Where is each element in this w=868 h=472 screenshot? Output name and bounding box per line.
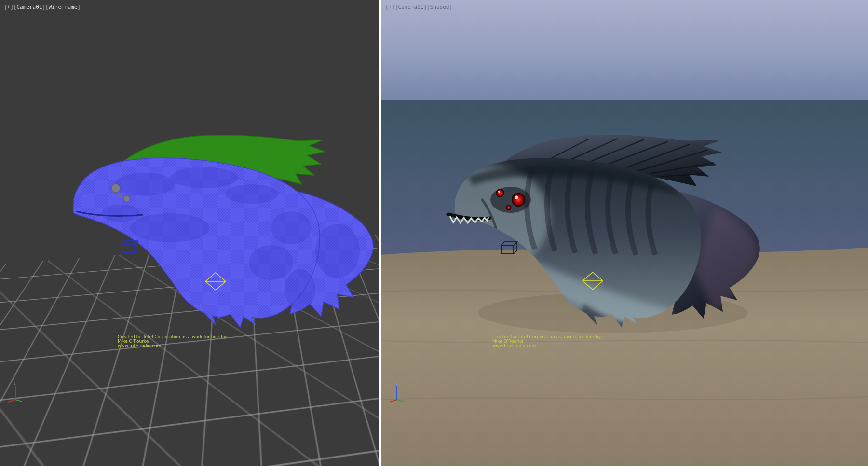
y-axis-line [15,400,22,402]
sky [381,0,868,100]
eye-highlight-medium [498,191,500,193]
credit-line-3: www.frilzstudio.com [492,344,602,348]
eye-spot-large [111,184,120,193]
eye-large [512,194,525,206]
viewport-menu-camera[interactable]: [Camera01] [395,4,427,10]
credit-text: Created for Intel Corporation as a work … [118,335,227,348]
wireframe-fish-model[interactable] [58,135,379,338]
credit-text: Created for Intel Corporation as a work … [492,335,602,348]
viewport-shaded[interactable]: [+][Camera01][Shaded] Created for Intel … [381,0,868,466]
eye-medium [496,189,504,197]
eye-highlight-large [515,196,518,199]
viewport-menu-plus[interactable]: [+] [385,4,395,10]
viewport-label: [+][Camera01][Wireframe] [4,4,81,10]
axis-z-label: z [13,380,16,386]
viewport-menu-plus[interactable]: [+] [4,4,14,10]
eye-spot-medium [124,196,130,202]
viewport-menu-shading[interactable]: [Shaded] [427,4,452,10]
world-axis-tripod: z [386,379,407,403]
dummy-box-helper[interactable] [122,241,137,253]
wireframe-scene [0,0,379,466]
viewport-menu-shading[interactable]: [Wireframe] [45,4,81,10]
viewport-wireframe[interactable]: [+][Camera01][Wireframe] Created for Int… [0,0,379,466]
y-axis-line [397,400,404,402]
x-axis-line [8,400,15,402]
viewport-label: [+][Camera01][Shaded] [385,4,452,10]
credit-line-3: www.frilzstudio.com [118,344,227,348]
eye-spot-small [119,194,122,197]
shaded-scene [381,0,868,466]
x-axis-line [390,400,397,402]
axis-z-label: z [394,380,397,386]
eye-small [506,205,511,210]
world-axis-tripod: z [5,379,26,403]
viewport-menu-camera[interactable]: [Camera01] [14,4,45,10]
